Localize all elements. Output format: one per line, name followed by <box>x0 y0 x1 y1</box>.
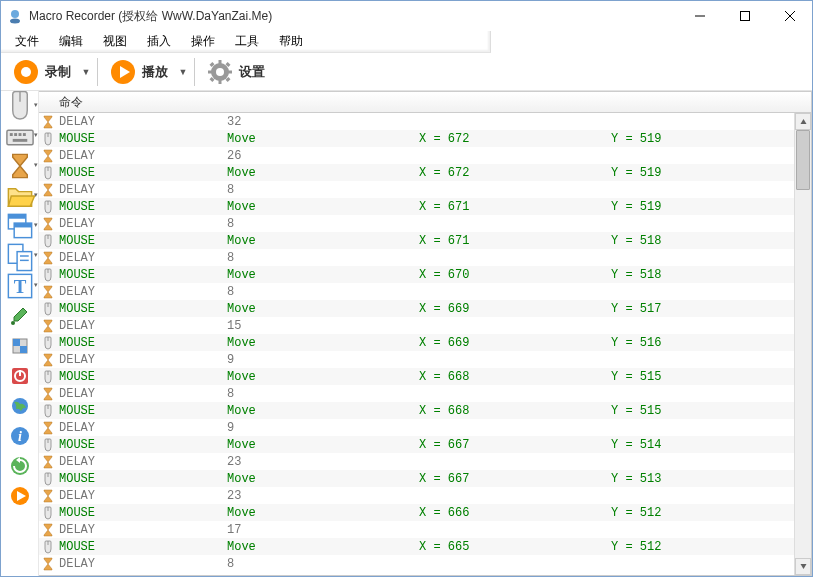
mouse-icon <box>39 472 57 486</box>
table-row[interactable]: MOUSEMoveX = 672Y = 519 <box>39 130 794 147</box>
param1-cell: 26 <box>227 149 419 163</box>
table-row[interactable]: DELAY26 <box>39 147 794 164</box>
param1-cell: 8 <box>227 251 419 265</box>
mouse-icon[interactable] <box>4 95 36 117</box>
keyboard-icon[interactable] <box>4 125 36 147</box>
param1-cell: Move <box>227 506 419 520</box>
grid-body[interactable]: DELAY32MOUSEMoveX = 672Y = 519DELAY26MOU… <box>39 113 794 575</box>
refresh-icon[interactable] <box>9 455 31 477</box>
play-orange-icon[interactable] <box>9 485 31 507</box>
table-row[interactable]: DELAY23 <box>39 487 794 504</box>
mouse-icon <box>39 268 57 282</box>
param3-cell: Y = 519 <box>611 200 794 214</box>
windows-icon[interactable] <box>4 215 36 237</box>
svg-rect-32 <box>17 252 32 271</box>
scroll-up-button[interactable] <box>795 113 811 130</box>
table-row[interactable]: DELAY8 <box>39 181 794 198</box>
menu-file[interactable]: 文件 <box>5 31 49 52</box>
hourglass-icon <box>39 421 57 435</box>
svg-rect-39 <box>13 339 20 346</box>
cmd-cell: MOUSE <box>57 506 227 520</box>
param1-cell: Move <box>227 234 419 248</box>
scroll-down-button[interactable] <box>795 558 811 575</box>
table-row[interactable]: DELAY9 <box>39 351 794 368</box>
settings-button[interactable]: 设置 <box>201 56 271 88</box>
scroll-track[interactable] <box>795 130 811 558</box>
table-row[interactable]: MOUSEMoveX = 666Y = 512 <box>39 504 794 521</box>
table-row[interactable]: DELAY8 <box>39 215 794 232</box>
titlebar[interactable]: Macro Recorder (授权给 WwW.DaYanZai.Me) <box>1 1 812 31</box>
app-icon <box>7 8 23 24</box>
param1-cell: 9 <box>227 421 419 435</box>
menu-action[interactable]: 操作 <box>181 31 225 52</box>
hourglass-icon <box>39 387 57 401</box>
play-dropdown[interactable]: ▼ <box>178 67 188 77</box>
menu-view[interactable]: 视图 <box>93 31 137 52</box>
table-row[interactable]: DELAY8 <box>39 385 794 402</box>
close-button[interactable] <box>767 1 812 30</box>
text-icon[interactable]: T <box>4 275 36 297</box>
info-icon[interactable]: i <box>9 425 31 447</box>
menu-edit[interactable]: 编辑 <box>49 31 93 52</box>
hourglass-icon[interactable] <box>4 155 36 177</box>
table-row[interactable]: DELAY23 <box>39 453 794 470</box>
param3-cell: Y = 515 <box>611 370 794 384</box>
record-button[interactable]: 录制 <box>7 56 77 88</box>
svg-rect-12 <box>219 60 222 64</box>
param2-cell: X = 665 <box>419 540 611 554</box>
table-row[interactable]: MOUSEMoveX = 671Y = 518 <box>39 232 794 249</box>
table-row[interactable]: DELAY8 <box>39 283 794 300</box>
param1-cell: 8 <box>227 183 419 197</box>
hourglass-icon <box>39 115 57 129</box>
mouse-icon <box>39 438 57 452</box>
table-row[interactable]: DELAY8 <box>39 249 794 266</box>
hourglass-icon <box>39 217 57 231</box>
table-row[interactable]: MOUSEMoveX = 668Y = 515 <box>39 368 794 385</box>
hourglass-icon <box>39 183 57 197</box>
table-row[interactable]: DELAY32 <box>39 113 794 130</box>
table-row[interactable]: DELAY9 <box>39 419 794 436</box>
param2-cell: X = 667 <box>419 438 611 452</box>
svg-rect-22 <box>9 133 12 136</box>
table-row[interactable]: MOUSEMoveX = 671Y = 519 <box>39 198 794 215</box>
table-row[interactable]: MOUSEMoveX = 667Y = 514 <box>39 436 794 453</box>
table-row[interactable]: MOUSEMoveX = 668Y = 515 <box>39 402 794 419</box>
globe-icon[interactable] <box>9 395 31 417</box>
grid-header[interactable]: 命令 <box>39 92 811 113</box>
cmd-cell: MOUSE <box>57 438 227 452</box>
pixel-icon[interactable] <box>9 335 31 357</box>
maximize-button[interactable] <box>722 1 767 30</box>
table-row[interactable]: MOUSEMoveX = 669Y = 516 <box>39 334 794 351</box>
hourglass-icon <box>39 149 57 163</box>
play-button[interactable]: 播放 <box>104 56 174 88</box>
minimize-button[interactable] <box>677 1 722 30</box>
table-row[interactable]: DELAY15 <box>39 317 794 334</box>
cmd-cell: DELAY <box>57 387 227 401</box>
table-row[interactable]: DELAY8 <box>39 555 794 572</box>
svg-rect-30 <box>14 223 31 227</box>
table-row[interactable]: MOUSEMoveX = 672Y = 519 <box>39 164 794 181</box>
menu-help[interactable]: 帮助 <box>269 31 313 52</box>
table-row[interactable]: MOUSEMoveX = 665Y = 512 <box>39 538 794 555</box>
menu-insert[interactable]: 插入 <box>137 31 181 52</box>
table-row[interactable]: DELAY17 <box>39 521 794 538</box>
table-row[interactable]: MOUSEMoveX = 670Y = 518 <box>39 266 794 283</box>
record-dropdown[interactable]: ▼ <box>81 67 91 77</box>
param2-cell: X = 666 <box>419 506 611 520</box>
vertical-scrollbar[interactable] <box>794 113 811 575</box>
cmd-cell: MOUSE <box>57 302 227 316</box>
open-file-icon[interactable] <box>4 185 36 207</box>
svg-point-7 <box>21 67 31 77</box>
play-label: 播放 <box>142 63 168 81</box>
table-row[interactable]: MOUSEMoveX = 669Y = 517 <box>39 300 794 317</box>
scroll-thumb[interactable] <box>796 130 810 190</box>
table-row[interactable]: MOUSEMoveX = 667Y = 513 <box>39 470 794 487</box>
mouse-icon <box>39 336 57 350</box>
svg-rect-26 <box>12 139 27 142</box>
color-picker-icon[interactable] <box>9 305 31 327</box>
gear-icon <box>207 59 233 85</box>
clipboard-icon[interactable] <box>4 245 36 267</box>
power-icon[interactable] <box>9 365 31 387</box>
menu-tools[interactable]: 工具 <box>225 31 269 52</box>
svg-rect-3 <box>740 11 749 20</box>
